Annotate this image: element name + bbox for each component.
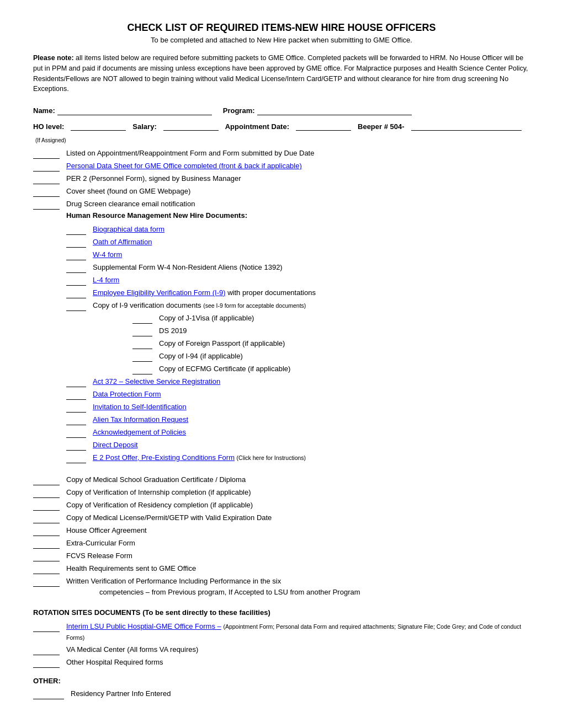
check-line (33, 502, 60, 511)
appointment-input[interactable] (296, 121, 351, 131)
w4-form-link[interactable]: W-4 form (93, 249, 122, 260)
list-item: Invitation to Self-Identification (66, 402, 530, 413)
list-item: VA Medical Center (All forms VA requires… (33, 644, 530, 655)
e2-note: (Click here for Instructions) (237, 454, 306, 461)
item-text: Copy of I-9 verification documents (see … (93, 300, 306, 311)
list-item: Interim LSU Public Hosptial-GME Office F… (33, 621, 530, 643)
item-text: DS 2019 (159, 325, 187, 336)
list-item: Cover sheet (found on GME Webpage) (33, 186, 530, 197)
ho-level-row: HO level: Salary: Appointment Date: Beep… (33, 121, 530, 143)
item-text: Employee Eligibility Verification Form (… (93, 287, 316, 298)
check-line (66, 391, 86, 400)
check-line (33, 646, 60, 655)
check-line (66, 264, 86, 273)
check-line (33, 201, 60, 210)
list-item: Copy of I-9 verification documents (see … (66, 300, 530, 311)
list-item: Copy of Verification of Residency comple… (33, 500, 530, 511)
data-protection-link[interactable]: Data Protection Form (93, 389, 161, 400)
list-item: Biographical data form (66, 224, 530, 235)
name-label: Name: (33, 106, 55, 115)
name-program-row: Name: Program: (33, 105, 530, 115)
check-line (33, 659, 60, 668)
i9-link[interactable]: Employee Eligibility Verification Form (… (93, 288, 226, 297)
act372-link[interactable]: Act 372 – Selective Service Registration (93, 376, 220, 387)
check-line (66, 404, 86, 413)
item-text: Listed on Appointment/Reappointment Form… (66, 148, 314, 159)
beeper-input[interactable] (411, 121, 522, 131)
acknowledgement-link[interactable]: Acknowledgement of Policies (93, 427, 186, 438)
check-line (33, 527, 60, 536)
item-text: Health Requirements sent to GME Office (66, 563, 196, 574)
list-item: Health Requirements sent to GME Office (33, 563, 530, 574)
item-text: House Officer Agreement (66, 525, 147, 536)
if-assigned-note: (If Assigned) (35, 137, 66, 143)
hr-section-header: Human Resource Management New Hire Docum… (66, 211, 530, 220)
lsu-public-hospital-link[interactable]: Interim LSU Public Hosptial-GME Office F… (66, 622, 221, 630)
note-text: Please note: all items listed below are … (33, 53, 530, 94)
list-item: Acknowledgement of Policies (66, 427, 530, 438)
l4-form-link[interactable]: L-4 form (93, 275, 119, 286)
check-line (132, 328, 152, 336)
item-text: Supplemental Form W-4 Non-Resident Alien… (93, 262, 283, 273)
check-line (33, 540, 60, 549)
check-line (33, 188, 60, 197)
list-item: Residency Partner Info Entered (33, 688, 530, 699)
list-item: Alien Tax Information Request (66, 414, 530, 425)
program-input[interactable] (257, 105, 412, 115)
i9-note: (see I-9 form for acceptable documents) (203, 302, 306, 309)
check-line (66, 429, 86, 438)
personal-data-sheet-link[interactable]: Personal Data Sheet for GME Office compl… (66, 160, 302, 172)
check-line (33, 565, 60, 574)
list-item: Extra-Curricular Form (33, 538, 530, 549)
name-field-group: Name: (33, 105, 212, 115)
item-text: Cover sheet (found on GME Webpage) (66, 186, 190, 197)
list-item: W-4 form (66, 249, 530, 260)
hr-items-section: Biographical data form Oath of Affirmati… (33, 224, 530, 463)
check-line (66, 416, 86, 425)
check-line (132, 315, 152, 324)
item-text: Copy of J-1Visa (if applicable) (159, 313, 254, 324)
beeper-label: Beeper # 504- (358, 122, 405, 131)
salary-input[interactable] (163, 121, 219, 131)
checklist-top-section: Listed on Appointment/Reappointment Form… (33, 148, 530, 210)
self-id-link[interactable]: Invitation to Self-Identification (93, 402, 187, 413)
list-item: Copy of Foreign Passport (if applicable) (132, 338, 530, 349)
list-item: Data Protection Form (66, 389, 530, 400)
list-item: Copy of J-1Visa (if applicable) (132, 313, 530, 324)
oath-affirmation-link[interactable]: Oath of Affirmation (93, 237, 152, 248)
check-line (33, 515, 60, 523)
name-input[interactable] (57, 105, 212, 115)
item-text: E 2 Post Offer, Pre-Existing Conditions … (93, 452, 306, 463)
list-item: E 2 Post Offer, Pre-Existing Conditions … (66, 452, 530, 463)
direct-deposit-link[interactable]: Direct Deposit (93, 440, 138, 451)
page-title: CHECK LIST OF REQUIRED ITEMS-NEW HIRE HO… (33, 22, 530, 34)
list-item: Copy of Medical School Graduation Certif… (33, 474, 530, 485)
list-item: Copy of Verification of Internship compl… (33, 487, 530, 498)
list-item: Personal Data Sheet for GME Office compl… (33, 160, 530, 172)
check-line (66, 290, 86, 298)
list-item: Written Verification of Performance Incl… (33, 576, 530, 597)
continuation-text: competencies – from Previous program, If… (66, 588, 360, 596)
check-line (33, 553, 60, 561)
item-text: Extra-Curricular Form (66, 538, 135, 549)
item-text: Copy of Verification of Residency comple… (66, 500, 253, 511)
biographical-data-link[interactable]: Biographical data form (93, 224, 164, 235)
item-text: Copy of Verification of Internship compl… (66, 487, 251, 498)
item-text: Residency Partner Info Entered (71, 688, 171, 699)
alien-tax-link[interactable]: Alien Tax Information Request (93, 414, 188, 425)
item-text: Interim LSU Public Hosptial-GME Office F… (66, 621, 530, 643)
list-item: Copy of ECFMG Certificate (if applicable… (132, 363, 530, 374)
salary-label: Salary: (132, 122, 156, 131)
list-item: House Officer Agreement (33, 525, 530, 536)
list-item: Employee Eligibility Verification Form (… (66, 287, 530, 298)
check-line (66, 226, 86, 235)
rotation-header: ROTATION SITES DOCUMENTS (To be sent dir… (33, 608, 530, 617)
e2-form-link[interactable]: E 2 Post Offer, Pre-Existing Conditions … (93, 453, 235, 462)
check-line (33, 150, 60, 159)
ho-level-input[interactable] (71, 121, 126, 131)
i9-sub-items: Copy of J-1Visa (if applicable) DS 2019 … (66, 313, 530, 374)
item-text: Copy of Medical School Graduation Certif… (66, 474, 246, 485)
item-text: FCVS Release Form (66, 550, 132, 561)
check-line (66, 378, 86, 387)
item-text: Copy of I-94 (if applicable) (159, 351, 243, 362)
